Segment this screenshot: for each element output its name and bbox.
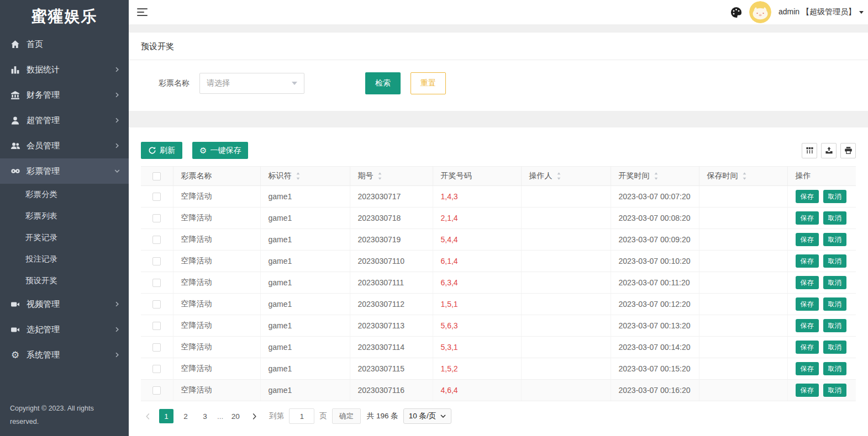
pagination-page-3[interactable]: 3 <box>198 409 212 423</box>
chevron-right-icon <box>114 301 120 307</box>
cancel-button[interactable]: 取消 <box>823 384 846 397</box>
row-checkbox[interactable] <box>152 343 161 352</box>
save-button[interactable]: 保存 <box>796 319 819 332</box>
row-checkbox[interactable] <box>152 386 161 395</box>
save-all-button[interactable]: ⚙ 一键保存 <box>192 142 248 159</box>
cell-draw-time: 2023-03-07 00:15:20 <box>611 358 699 380</box>
cell-save-time <box>699 208 787 229</box>
save-button[interactable]: 保存 <box>796 341 819 354</box>
sidebar-item-statistics[interactable]: 数据统计 <box>0 57 129 82</box>
select-all-checkbox[interactable] <box>152 172 161 180</box>
cell-draw-time: 2023-03-07 00:12:20 <box>611 294 699 315</box>
sort-icon[interactable] <box>296 172 301 180</box>
sidebar-subitem-lottery-category[interactable]: 彩票分类 <box>0 184 129 205</box>
sidebar-item-lottery[interactable]: 彩票管理 <box>0 158 129 184</box>
copyright-text: Copyright © 2023. All rights reserved. <box>0 402 129 436</box>
cell-issue: 20230307112 <box>350 294 433 315</box>
row-checkbox[interactable] <box>152 236 161 244</box>
lottery-name-select[interactable]: 请选择 <box>199 73 304 94</box>
sort-icon[interactable] <box>742 172 747 180</box>
avatar[interactable] <box>749 1 771 23</box>
chevron-right-icon <box>114 92 120 98</box>
save-button[interactable]: 保存 <box>796 362 819 375</box>
save-button[interactable]: 保存 <box>796 211 819 225</box>
cell-issue: 20230307110 <box>350 251 433 272</box>
columns-button[interactable] <box>802 143 817 158</box>
sort-icon[interactable] <box>377 172 382 180</box>
sidebar-item-home[interactable]: 首页 <box>0 31 129 57</box>
sidebar-subitem-draw-records[interactable]: 开奖记录 <box>0 227 129 248</box>
print-button[interactable] <box>840 143 856 158</box>
user-menu[interactable]: admin 【超级管理员】 <box>778 7 864 17</box>
sort-icon[interactable] <box>556 172 561 180</box>
column-label: 开奖时间 <box>619 171 650 181</box>
cancel-button[interactable]: 取消 <box>823 297 846 311</box>
cell-draw-time: 2023-03-07 00:11:20 <box>611 272 699 294</box>
pagination-prev-button[interactable] <box>141 409 154 423</box>
sidebar-subitem-lottery-list[interactable]: 彩票列表 <box>0 205 129 227</box>
row-checkbox[interactable] <box>152 257 161 265</box>
caret-down-icon <box>859 11 864 14</box>
row-checkbox[interactable] <box>152 214 161 222</box>
cancel-button[interactable]: 取消 <box>823 211 846 225</box>
users-icon <box>10 141 20 151</box>
cancel-button[interactable]: 取消 <box>823 233 846 246</box>
cell-issue: 2023030719 <box>350 229 433 251</box>
pagination-page-20[interactable]: 20 <box>228 409 243 423</box>
row-checkbox[interactable] <box>152 193 161 201</box>
select-all-cell <box>141 167 173 186</box>
row-checkbox[interactable] <box>152 322 161 330</box>
goto-page-input[interactable] <box>289 408 314 424</box>
app-window: 蜜獾娱乐 首页数据统计财务管理超管管理会员管理彩票管理彩票分类彩票列表开奖记录投… <box>0 0 868 436</box>
save-button[interactable]: 保存 <box>796 276 819 289</box>
save-button[interactable]: 保存 <box>796 254 819 268</box>
sidebar-subitem-bet-records[interactable]: 投注记录 <box>0 248 129 270</box>
save-button[interactable]: 保存 <box>796 233 819 246</box>
cell-operator <box>521 229 611 251</box>
page-size-select[interactable]: 10 条/页 <box>403 408 452 424</box>
reset-button[interactable]: 重置 <box>411 72 446 94</box>
cancel-button[interactable]: 取消 <box>823 276 846 289</box>
search-button[interactable]: 检索 <box>365 72 401 94</box>
sidebar-item-finance[interactable]: 财务管理 <box>0 82 129 108</box>
sidebar-item-members[interactable]: 会员管理 <box>0 133 129 158</box>
chevron-right-icon <box>114 143 120 148</box>
sort-icon[interactable] <box>654 172 659 180</box>
goto-confirm-button[interactable]: 确定 <box>332 408 361 424</box>
save-button[interactable]: 保存 <box>796 297 819 311</box>
sidebar-subitem-preset-draw[interactable]: 预设开奖 <box>0 270 129 291</box>
topbar: admin 【超级管理员】 <box>129 0 868 25</box>
sidebar-item-system[interactable]: ⚙系统管理 <box>0 342 129 368</box>
sidebar-item-label: 超管管理 <box>27 115 114 126</box>
filter-card: 预设开奖 彩票名称 请选择 检索 重置 <box>129 33 868 111</box>
refresh-button[interactable]: 刷新 <box>141 142 182 159</box>
select-placeholder: 请选择 <box>207 78 230 88</box>
cell-issue: 20230307113 <box>350 315 433 337</box>
chart-icon <box>10 65 20 75</box>
chevron-right-icon <box>114 352 120 358</box>
row-checkbox[interactable] <box>152 300 161 309</box>
cell-issue: 20230307115 <box>350 358 433 380</box>
cancel-button[interactable]: 取消 <box>823 254 846 268</box>
theme-palette-icon[interactable] <box>730 7 742 18</box>
sidebar-item-concubine[interactable]: 选妃管理 <box>0 317 129 342</box>
col-draw-numbers: 开奖号码 <box>433 167 521 186</box>
export-button[interactable] <box>821 143 837 158</box>
cancel-button[interactable]: 取消 <box>823 362 846 375</box>
cell-lottery-name: 空降活动 <box>173 208 260 229</box>
row-checkbox[interactable] <box>152 365 161 373</box>
pagination-page-2[interactable]: 2 <box>178 409 193 423</box>
row-checkbox[interactable] <box>152 279 161 287</box>
cancel-button[interactable]: 取消 <box>823 319 846 332</box>
sidebar-item-video[interactable]: 视频管理 <box>0 291 129 317</box>
cell-operator <box>521 294 611 315</box>
save-button[interactable]: 保存 <box>796 190 819 203</box>
cancel-button[interactable]: 取消 <box>823 190 846 203</box>
cancel-button[interactable]: 取消 <box>823 341 846 354</box>
column-label: 标识符 <box>269 171 292 181</box>
sidebar-item-super-admin[interactable]: 超管管理 <box>0 108 129 133</box>
pagination-page-1[interactable]: 1 <box>159 409 173 423</box>
pagination-next-button[interactable] <box>248 409 261 423</box>
save-button[interactable]: 保存 <box>796 384 819 397</box>
menu-toggle-icon[interactable] <box>137 8 148 16</box>
